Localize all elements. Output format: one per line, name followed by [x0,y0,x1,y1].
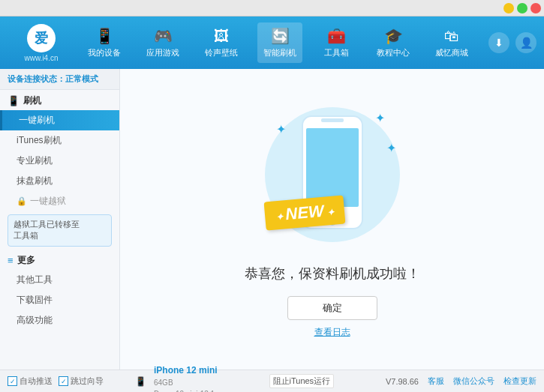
nav-item-smart-flash[interactable]: 🔄 智能刷机 [257,22,302,63]
nav-label-toolbox: 工具箱 [324,47,349,58]
device-name: iPhone 12 mini [154,364,218,377]
nav-label-ringtones: 铃声壁纸 [205,47,238,58]
sidebar: 设备连接状态：正常模式 📱 刷机 一键刷机 iTunes刷机 专业刷机 抹盘刷机… [0,69,120,370]
flash-section-icon: 📱 [8,95,20,106]
device-storage: 64GB [154,377,218,388]
sidebar-item-download-firmware[interactable]: 下载固件 [0,290,119,310]
sidebar-section-more: ≡ 更多 [0,250,119,270]
my-device-icon: 📱 [95,27,114,45]
jailbreak-label: 一键越狱 [30,195,66,208]
daily-link[interactable]: 查看日志 [314,326,350,339]
device-info: 📱 [128,375,154,388]
wechat-public-link[interactable]: 微信公众号 [453,376,494,387]
sidebar-locked-jailbreak: 🔒 一键越狱 [0,191,119,211]
customer-service-link[interactable]: 客服 [428,376,444,387]
sidebar-item-wipe-flash[interactable]: 抹盘刷机 [0,171,119,191]
weiyi-mall-icon: 🛍 [444,28,459,45]
sparkle2-icon: ✦ [386,141,396,155]
nav-label-tutorial: 教程中心 [377,47,410,58]
svg-rect-1 [306,128,359,207]
download-button[interactable]: ⬇ [488,32,509,53]
smart-flash-icon: 🔄 [271,27,290,45]
close-button[interactable] [530,3,541,13]
nav-label-weiyi-mall: 威忆商城 [435,47,468,58]
svg-rect-2 [321,118,344,122]
sidebar-section-flash: 📱 刷机 [0,90,119,110]
tutorial-icon: 🎓 [384,27,403,45]
logo-icon: 爱 [27,24,56,52]
device-version: Down-12mini-13,1 [154,388,218,393]
minimize-button[interactable] [503,3,514,13]
version-label: V7.98.66 [386,377,419,386]
logo-area[interactable]: 爱 www.i4.cn [8,24,75,62]
sidebar-item-itunes-flash[interactable]: iTunes刷机 [0,130,119,151]
nav-label-apps-games: 应用游戏 [146,47,179,58]
bottom-left: ✓ 自动推送 ✓ 跳过向导 [8,376,128,387]
nav-item-tutorial[interactable]: 🎓 教程中心 [371,22,416,63]
nav-bar: 📱 我的设备 🎮 应用游戏 🖼 铃声壁纸 🔄 智能刷机 🧰 工具箱 🎓 教程中心… [75,22,481,63]
nav-item-weiyi-mall[interactable]: 🛍 威忆商城 [429,23,474,63]
status-label: 设备连接状态： [8,74,65,83]
bottom-right: V7.98.66 客服 微信公众号 检查更新 [386,376,536,387]
sparkle3-icon: ✦ [276,122,286,136]
more-section-label: 更多 [17,254,35,267]
status-value: 正常模式 [65,74,98,83]
auto-push-checkbox-box: ✓ [8,376,17,386]
nav-label-smart-flash: 智能刷机 [263,47,296,58]
device-icon: 📱 [135,376,146,387]
check-update-link[interactable]: 检查更新 [503,376,536,387]
itunes-stop-button[interactable]: 阻止iTunes运行 [269,374,335,388]
auto-push-checkbox[interactable]: ✓ 自动推送 [8,376,53,387]
content-area: ✦ ✦ ✦ NEW 恭喜您，保资料刷机成功啦！ 确定 查看日志 [120,69,544,370]
header: 爱 www.i4.cn 📱 我的设备 🎮 应用游戏 🖼 铃声壁纸 🔄 智能刷机 … [0,16,544,69]
toolbox-icon: 🧰 [327,27,346,45]
status-bar-top: 设备连接状态：正常模式 [0,69,119,90]
confirm-button[interactable]: 确定 [287,296,377,320]
apps-games-icon: 🎮 [154,27,173,45]
sparkle1-icon: ✦ [375,111,385,125]
success-illustration: ✦ ✦ ✦ NEW [257,100,407,250]
header-right: ⬇ 👤 [488,32,536,53]
jailbreak-note: 越狱工具已转移至工具箱 [8,214,112,247]
main-layout: 设备连接状态：正常模式 📱 刷机 一键刷机 iTunes刷机 专业刷机 抹盘刷机… [0,69,544,370]
skip-guide-checkbox-box: ✓ [59,376,68,386]
nav-item-ringtones[interactable]: 🖼 铃声壁纸 [199,23,244,63]
success-text: 恭喜您，保资料刷机成功啦！ [245,265,420,283]
sidebar-item-pro-flash[interactable]: 专业刷机 [0,151,119,171]
flash-section-label: 刷机 [23,94,41,107]
auto-push-label: 自动推送 [20,376,53,387]
bottom-bar: ✓ 自动推送 ✓ 跳过向导 📱 iPhone 12 mini 64GB Down… [0,370,544,392]
sidebar-item-advanced[interactable]: 高级功能 [0,310,119,331]
sidebar-item-one-key-flash[interactable]: 一键刷机 [0,110,119,130]
bottom-center: 阻止iTunes运行 [218,374,386,388]
title-bar [0,0,544,16]
skip-guide-label: 跳过向导 [71,376,104,387]
nav-item-my-device[interactable]: 📱 我的设备 [82,22,127,63]
user-button[interactable]: 👤 [515,32,536,53]
nav-item-toolbox[interactable]: 🧰 工具箱 [316,22,357,63]
maximize-button[interactable] [517,3,527,13]
lock-icon: 🔒 [17,196,27,206]
ringtones-icon: 🖼 [214,28,229,45]
more-section-icon: ≡ [8,255,14,266]
nav-label-my-device: 我的设备 [88,47,121,58]
nav-item-apps-games[interactable]: 🎮 应用游戏 [140,22,185,63]
sidebar-item-other-tools[interactable]: 其他工具 [0,270,119,290]
logo-url: www.i4.cn [24,54,58,62]
skip-guide-checkbox[interactable]: ✓ 跳过向导 [59,376,104,387]
